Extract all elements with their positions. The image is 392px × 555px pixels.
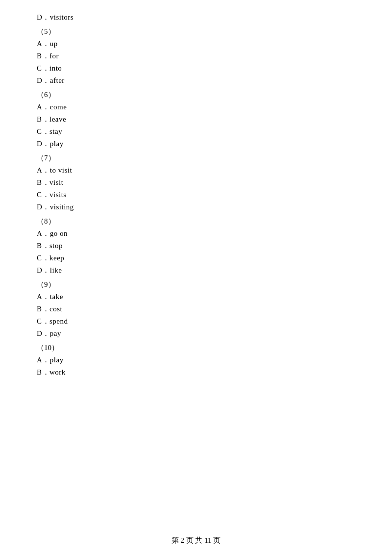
option-line: B．stop xyxy=(37,241,355,251)
option-line: C．keep xyxy=(37,253,355,263)
option-line: B．work xyxy=(37,368,355,377)
questions-container: D．visitors（5）A．upB．forC．intoD．after（6）A．… xyxy=(37,13,355,377)
option-line: D．play xyxy=(37,139,355,149)
option-line: C．into xyxy=(37,64,355,73)
option-line: D．visiting xyxy=(37,202,355,212)
option-line: B．leave xyxy=(37,115,355,124)
option-line: C．stay xyxy=(37,127,355,136)
option-line: A．come xyxy=(37,102,355,112)
option-line: B．cost xyxy=(37,304,355,314)
option-line: C．spend xyxy=(37,317,355,326)
option-line: A．to visit xyxy=(37,166,355,175)
option-line: A．play xyxy=(37,355,355,365)
question-number: （9） xyxy=(37,280,355,289)
question-number: （7） xyxy=(37,153,355,163)
question-number: （6） xyxy=(37,90,355,100)
option-line: D．after xyxy=(37,76,355,85)
question-number: （5） xyxy=(37,27,355,36)
option-line: A．take xyxy=(37,292,355,302)
option-line: C．visits xyxy=(37,190,355,200)
option-line: A．up xyxy=(37,39,355,49)
option-line: D．pay xyxy=(37,329,355,338)
question-number: （10） xyxy=(37,343,355,353)
option-line: D．like xyxy=(37,266,355,275)
option-line: B．visit xyxy=(37,178,355,187)
question-number: （8） xyxy=(37,217,355,226)
option-line: A．go on xyxy=(37,229,355,238)
page-footer: 第 2 页 共 11 页 xyxy=(0,536,392,545)
option-line: B．for xyxy=(37,51,355,61)
footer-text: 第 2 页 共 11 页 xyxy=(172,536,221,544)
page-content: D．visitors（5）A．upB．forC．intoD．after（6）A．… xyxy=(0,0,392,409)
option-line: D．visitors xyxy=(37,13,355,22)
